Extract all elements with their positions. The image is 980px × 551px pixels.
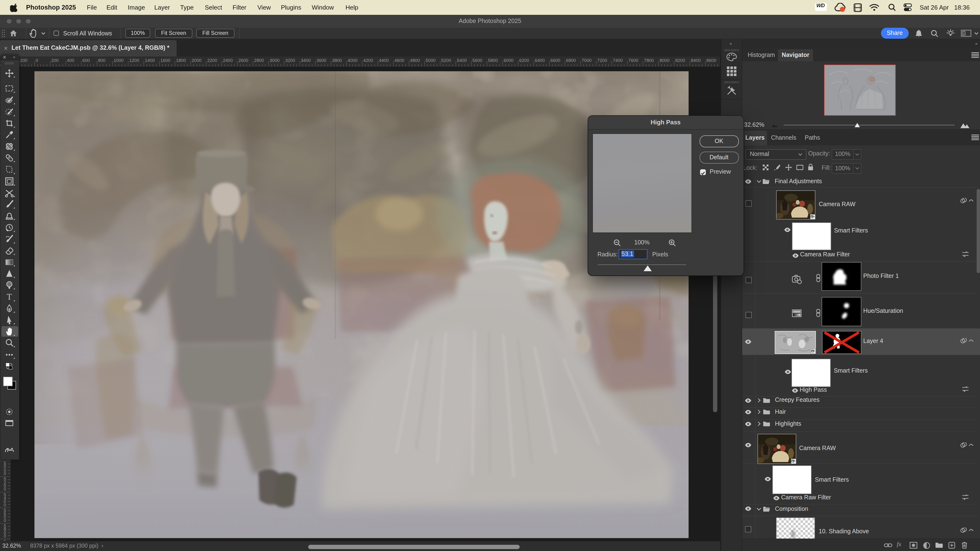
svg-text:4200: 4200 xyxy=(363,58,373,63)
svg-text:1600: 1600 xyxy=(161,58,170,63)
svg-text:5600: 5600 xyxy=(473,58,482,63)
svg-text:7600: 7600 xyxy=(628,58,638,63)
svg-text:0: 0 xyxy=(4,472,6,476)
svg-text:8000: 8000 xyxy=(660,58,670,63)
svg-text:5400: 5400 xyxy=(457,58,466,63)
svg-text:3400: 3400 xyxy=(301,58,310,63)
svg-text:6400: 6400 xyxy=(535,58,544,63)
svg-text:3000: 3000 xyxy=(270,58,280,63)
svg-text:6200: 6200 xyxy=(519,58,529,63)
svg-text:1400: 1400 xyxy=(145,58,154,63)
svg-text:8400: 8400 xyxy=(691,58,700,63)
svg-text:T: T xyxy=(7,292,12,302)
svg-text:200: 200 xyxy=(20,58,27,63)
svg-text:2200: 2200 xyxy=(207,58,217,63)
svg-text:0: 0 xyxy=(4,534,6,538)
svg-text:6600: 6600 xyxy=(550,58,560,63)
svg-text:0: 0 xyxy=(4,518,6,523)
svg-text:0: 0 xyxy=(36,58,38,63)
svg-text:1200: 1200 xyxy=(129,58,139,63)
svg-text:5200: 5200 xyxy=(441,58,451,63)
svg-text:2000: 2000 xyxy=(192,58,202,63)
svg-text:4400: 4400 xyxy=(379,58,388,63)
svg-text:5800: 5800 xyxy=(488,58,498,63)
svg-text:7800: 7800 xyxy=(644,58,654,63)
svg-text:6800: 6800 xyxy=(566,58,576,63)
svg-text:4600: 4600 xyxy=(395,58,404,63)
svg-text:4000: 4000 xyxy=(348,58,358,63)
svg-text:3200: 3200 xyxy=(285,58,295,63)
svg-text:1000: 1000 xyxy=(114,58,124,63)
svg-text:0: 0 xyxy=(4,487,6,492)
svg-text:200: 200 xyxy=(51,58,59,63)
svg-text:400: 400 xyxy=(67,58,74,63)
svg-text:4800: 4800 xyxy=(410,58,420,63)
svg-text:2600: 2600 xyxy=(239,58,248,63)
svg-text:0: 0 xyxy=(4,503,6,508)
svg-text:8200: 8200 xyxy=(675,58,685,63)
svg-text:6000: 6000 xyxy=(504,58,514,63)
svg-text:2800: 2800 xyxy=(254,58,264,63)
svg-text:3800: 3800 xyxy=(332,58,342,63)
svg-text:8600: 8600 xyxy=(706,58,716,63)
svg-text:7200: 7200 xyxy=(597,58,607,63)
svg-text:5000: 5000 xyxy=(426,58,436,63)
svg-text:800: 800 xyxy=(98,58,105,63)
svg-text:7400: 7400 xyxy=(613,58,622,63)
svg-text:600: 600 xyxy=(83,58,90,63)
svg-text:1800: 1800 xyxy=(176,58,186,63)
svg-text:2400: 2400 xyxy=(223,58,232,63)
svg-text:3600: 3600 xyxy=(317,58,326,63)
svg-text:7000: 7000 xyxy=(582,58,592,63)
